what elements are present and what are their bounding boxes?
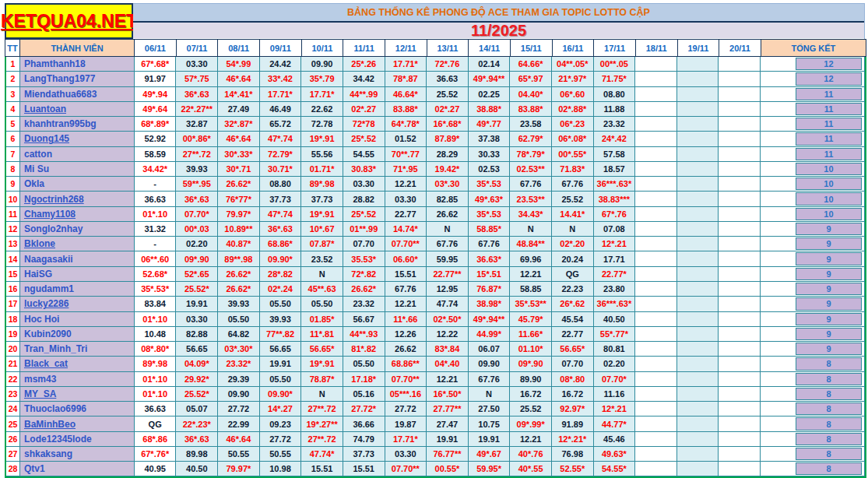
score-cell: N <box>301 387 343 402</box>
score-cell: 12.95 <box>427 282 469 297</box>
total-score: 11 <box>796 118 862 130</box>
member-name[interactable]: Ngoctrinh268 <box>20 192 135 206</box>
score-cell: 78*.87 <box>385 72 427 86</box>
member-name[interactable]: lucky2286 <box>20 297 135 311</box>
score-cell: 44.99* <box>469 327 511 342</box>
score-cell: 57*.75 <box>176 72 218 86</box>
score-cell: 20.24 <box>552 251 594 266</box>
score-cell: 11*.66 <box>385 312 427 327</box>
score-cell: 36*.63 <box>176 87 218 102</box>
score-cell: 02*.20 <box>552 237 594 251</box>
member-name[interactable]: Luantoan <box>20 102 135 117</box>
total-score: 11 <box>796 88 862 100</box>
member-name[interactable]: BaMinhBeo <box>20 416 135 431</box>
total-score: 9 <box>796 297 862 310</box>
score-cell: 64.82 <box>218 327 260 342</box>
score-cell: 89*.98 <box>135 357 177 371</box>
score-cell: 54*.99 <box>218 57 260 72</box>
score-cell: 06.07 <box>469 342 511 357</box>
score-cell: 16.72 <box>552 387 594 402</box>
score-cell: 62.79* <box>510 132 552 146</box>
row-number: 26 <box>6 432 20 447</box>
score-cell: 47.74* <box>301 447 343 462</box>
score-cell <box>677 192 719 206</box>
score-cell <box>677 222 719 237</box>
row-number: 9 <box>6 177 20 192</box>
score-cell: 02.20 <box>594 357 636 371</box>
member-name[interactable]: Bklone <box>20 237 135 251</box>
total-cell: 9 <box>761 282 865 297</box>
score-cell: 87.89* <box>427 132 469 146</box>
score-cell: 05.50 <box>260 372 302 387</box>
score-cell: 56.65* <box>552 342 594 357</box>
score-cell: 34.43* <box>510 207 552 222</box>
score-cell: 03.30 <box>176 312 218 327</box>
score-cell <box>635 251 677 266</box>
table-row: 3Miendathua668349*.9436*.6314*.41*17.71*… <box>6 87 865 102</box>
score-cell: 01*.10 <box>135 372 177 387</box>
member-name[interactable]: Black_cat <box>20 357 135 371</box>
score-cell <box>677 402 719 416</box>
score-cell: 38.88* <box>469 102 511 117</box>
total-score: 10 <box>796 208 862 220</box>
score-cell: 00*.55* <box>552 147 594 162</box>
table-row: 16ngudamm135*.53*25.52*26.62*02*.2445**.… <box>6 282 865 297</box>
score-cell: 25*.52 <box>343 132 385 146</box>
score-cell: 11.66* <box>510 327 552 342</box>
score-cell <box>635 327 677 342</box>
score-cell: 38.83*** <box>594 192 636 206</box>
title-block: BẢNG THỐNG KÊ PHONG ĐỘ ACE THAM GIA TOPI… <box>133 3 865 39</box>
member-name[interactable]: Chamy1108 <box>20 207 135 222</box>
score-cell: 06*.60 <box>552 87 594 102</box>
score-cell: 38.98* <box>469 297 511 311</box>
score-cell <box>719 327 761 342</box>
member-name[interactable]: MY_SA <box>20 387 135 402</box>
score-cell: 17.71* <box>385 432 427 447</box>
score-cell: 06.60* <box>385 251 427 266</box>
total-score: 9 <box>796 283 862 295</box>
score-cell: 25.52 <box>510 402 552 416</box>
score-cell: 89.98 <box>176 447 218 462</box>
col-header-member: THÀNH VIÊN <box>20 39 135 57</box>
total-score: 8 <box>796 357 862 370</box>
member-name[interactable]: Duong145 <box>20 132 135 146</box>
col-header-date: 08/11 <box>218 39 260 57</box>
score-cell: 35*.53* <box>135 282 177 297</box>
table-row: 2LangThang197791.9757*.7546*.6433*.4235*… <box>6 72 865 86</box>
score-cell: 16.72 <box>510 387 552 402</box>
score-cell: 52.92 <box>135 132 177 146</box>
score-cell: 26*.62 <box>552 297 594 311</box>
score-cell: 10.75 <box>469 416 511 431</box>
total-cell: 8 <box>761 432 865 447</box>
row-number: 28 <box>6 462 20 476</box>
score-cell: 01**.99 <box>343 222 385 237</box>
row-number: 6 <box>6 132 20 146</box>
col-header-date: 06/11 <box>135 39 177 57</box>
total-cell: 10 <box>761 192 865 206</box>
total-score: 12 <box>796 72 862 85</box>
total-score: 9 <box>796 237 862 250</box>
score-cell: 02*.27 <box>427 102 469 117</box>
score-cell: 36.63 <box>135 192 177 206</box>
score-cell: 83.88* <box>510 102 552 117</box>
site-logo[interactable]: KETQUA04.NET <box>5 3 133 39</box>
score-cell: 07.70* <box>594 372 636 387</box>
row-number: 4 <box>6 102 20 117</box>
score-cell: 81*.82 <box>343 342 385 357</box>
score-cell: 72*.76 <box>427 57 469 72</box>
score-cell <box>719 282 761 297</box>
total-cell: 9 <box>761 342 865 357</box>
score-cell: - <box>135 237 177 251</box>
score-cell: 67.76 <box>510 177 552 192</box>
score-cell: 67*.68* <box>135 57 177 72</box>
total-score: 8 <box>796 433 862 445</box>
score-cell: 05.16 <box>343 387 385 402</box>
total-score: 11 <box>796 103 862 115</box>
score-cell: 36*.63 <box>176 432 218 447</box>
member-name: Kubin2090 <box>20 327 135 342</box>
score-cell: 02.53 <box>469 162 511 177</box>
score-cell: N <box>427 222 469 237</box>
score-cell: 27.49 <box>218 102 260 117</box>
score-cell: N <box>510 222 552 237</box>
score-cell <box>677 327 719 342</box>
